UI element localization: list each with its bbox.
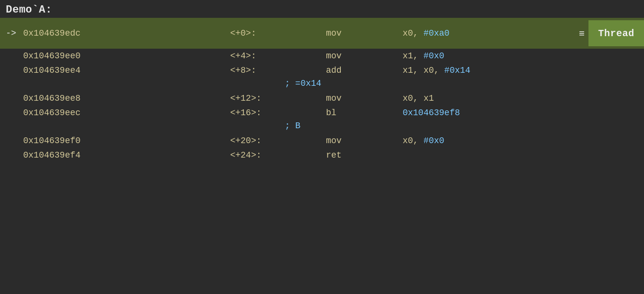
no-arrow	[0, 148, 19, 162]
current-operands: x0, #0xa0	[403, 18, 507, 49]
no-arrow	[0, 106, 19, 120]
row-mnemonic: bl	[326, 106, 403, 120]
current-instruction-row: -> 0x104639edc <+0>: mov x0, #0xa0 ≡ Thr…	[0, 18, 644, 49]
row-offset: <+20>:	[230, 134, 326, 148]
row-mnemonic: add	[326, 63, 403, 78]
row-offset: <+12>:	[230, 91, 326, 106]
no-arrow	[0, 63, 19, 78]
comment-text: ; B	[0, 120, 644, 134]
row-address: 0x104639ee4	[19, 63, 230, 78]
row-operands: x1, x0, #0x14	[403, 63, 644, 78]
row-offset: <+8>:	[230, 63, 326, 78]
row-address: 0x104639ee0	[19, 49, 230, 63]
current-address: 0x104639edc	[19, 18, 230, 49]
comment-bl: ; B	[135, 121, 300, 131]
thread-button[interactable]: Thread	[588, 20, 644, 46]
instruction-row: 0x104639ef0 <+20>: mov x0, #0x0	[0, 134, 644, 148]
debugger-container: Demo`A: -> 0x104639edc <+0>: mov x0, #0x…	[0, 0, 644, 294]
row-address: 0x104639ef0	[19, 134, 230, 148]
comment-text: ; =0x14	[0, 78, 644, 91]
row-address: 0x104639ee8	[19, 91, 230, 106]
row-offset: <+16>:	[230, 106, 326, 120]
row-mnemonic: mov	[326, 134, 403, 148]
instruction-row: 0x104639ee8 <+12>: mov x0, x1	[0, 91, 644, 106]
row-operands: x1, #0x0	[403, 49, 644, 63]
instruction-row: 0x104639eec <+16>: bl 0x104639ef8	[0, 106, 644, 120]
row-operands: x0, #0x0	[403, 134, 644, 148]
no-arrow	[0, 49, 19, 63]
operands-hex: #0x14	[444, 66, 470, 75]
no-arrow	[0, 134, 19, 148]
current-offset: <+0>:	[230, 18, 326, 49]
thread-btn-wrapper: ≡ Thread	[507, 20, 644, 46]
row-mnemonic: mov	[326, 49, 403, 63]
row-mnemonic: mov	[326, 91, 403, 106]
row-operands: x0, x1	[403, 91, 644, 106]
current-mnemonic: mov	[326, 18, 403, 49]
comment-add: ; =0x14	[135, 79, 322, 88]
row-offset: <+24>:	[230, 148, 326, 162]
row-operands	[403, 148, 644, 162]
no-arrow	[0, 91, 19, 106]
operands-hex: 0x104639ef8	[403, 108, 460, 118]
comment-row: ; B	[0, 120, 644, 134]
row-address: 0x104639ef4	[19, 148, 230, 162]
operands-hex: #0x0	[423, 136, 444, 146]
instruction-row: 0x104639ef4 <+24>: ret	[0, 148, 644, 162]
row-operands: 0x104639ef8	[403, 106, 644, 120]
instruction-row: 0x104639ee0 <+4>: mov x1, #0x0	[0, 49, 644, 63]
current-arrow: ->	[0, 18, 19, 49]
thread-btn-cell: ≡ Thread	[507, 18, 644, 49]
disassembly-table: -> 0x104639edc <+0>: mov x0, #0xa0 ≡ Thr…	[0, 18, 644, 162]
function-title: Demo`A:	[0, 0, 644, 18]
operands-hex: #0x0	[423, 51, 444, 61]
comment-row: ; =0x14	[0, 78, 644, 91]
current-operands-plain: x0,	[403, 28, 423, 38]
menu-icon-button[interactable]: ≡	[575, 26, 588, 41]
instruction-row: 0x104639ee4 <+8>: add x1, x0, #0x14	[0, 63, 644, 78]
row-address: 0x104639eec	[19, 106, 230, 120]
current-operands-hex: #0xa0	[423, 28, 449, 38]
row-offset: <+4>:	[230, 49, 326, 63]
row-mnemonic: ret	[326, 148, 403, 162]
